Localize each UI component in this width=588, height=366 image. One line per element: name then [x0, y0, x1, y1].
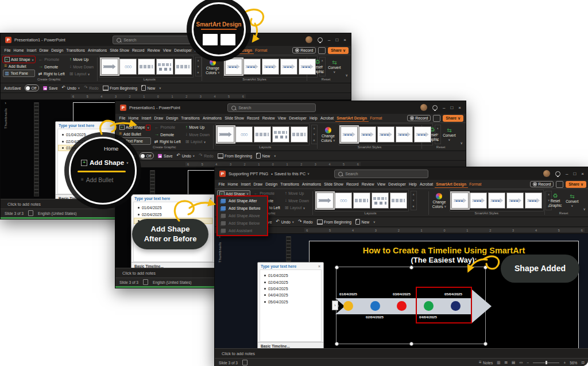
menu-tab-slide-show[interactable]: Slide Show [109, 47, 131, 53]
convert-button[interactable]: ⇆Convert∨ [443, 128, 455, 141]
menu-tab-view[interactable]: View [276, 115, 288, 121]
undo-button[interactable]: ↶Undo∨ [276, 219, 294, 224]
menu-tab-animations[interactable]: Animations [201, 115, 223, 121]
layout-thumbnail[interactable] [316, 192, 334, 209]
accessibility-icon[interactable] [28, 210, 33, 216]
horizontal-ruler[interactable]: 6543210123456 [1, 93, 351, 100]
reset-graphic-button[interactable]: ♻ResetGraphic [549, 193, 562, 207]
style-thumbnail[interactable] [525, 192, 542, 209]
selection-handle[interactable] [409, 342, 413, 346]
qat-customize-icon[interactable]: ∨ [373, 220, 376, 224]
menu-tab-help[interactable]: Help [308, 115, 319, 121]
slideshow-view-icon[interactable]: ▭ [519, 360, 523, 365]
menu-tab-transitions[interactable]: Transitions [65, 47, 87, 53]
text-pane-bullet[interactable]: 02/04/2025 [260, 279, 321, 285]
menu-tab-insert[interactable]: Insert [239, 181, 252, 187]
share-button[interactable]: Share ∨ [328, 47, 349, 54]
text-pane-bullet[interactable]: 05/04/2025 [260, 299, 321, 305]
language-status[interactable]: English (United States) [153, 280, 191, 284]
redo-button[interactable]: ↷Redo [298, 219, 312, 224]
qat-customize-icon[interactable]: ∨ [159, 86, 161, 90]
layout-thumbnail[interactable] [254, 126, 271, 142]
layout-gallery-scroll[interactable]: ∧∨≡ [411, 191, 417, 210]
menu-item-add-shape-before[interactable]: Add Shape Before [218, 205, 267, 212]
add-shape-button[interactable]: +Add Shape∨ [3, 56, 35, 63]
menu-tab-record[interactable]: Record [345, 181, 360, 187]
menu-tab-insert[interactable]: Insert [25, 47, 38, 53]
accessibility-icon[interactable] [242, 360, 247, 365]
collapse-ribbon-icon[interactable]: ∨ [583, 207, 586, 211]
minimize-button[interactable]: – [566, 171, 568, 176]
change-colors-button[interactable]: Change Colors∨ [319, 127, 336, 142]
maximize-button[interactable]: □ [335, 37, 338, 43]
layout-thumbnail[interactable]: ○○○ [335, 192, 352, 209]
zoom-out-icon[interactable]: − [527, 361, 529, 365]
selection-handle[interactable] [483, 265, 488, 269]
layout-thumbnail[interactable] [390, 192, 407, 209]
menu-tab-home[interactable]: Home [226, 181, 239, 187]
search-input[interactable]: Search [227, 103, 316, 112]
slide-counter[interactable]: Slide 3 of 3 [5, 211, 24, 215]
selection-handle[interactable] [335, 265, 339, 269]
convert-button[interactable]: ⇆Convert∨ [566, 194, 578, 207]
thumbnails-panel[interactable]: › Thumbnails [2, 101, 9, 199]
comments-icon[interactable] [556, 181, 563, 188]
text-pane-bullet[interactable]: 04/04/2025 [260, 292, 321, 298]
layout-thumbnail[interactable] [291, 126, 308, 142]
layout-thumbnail[interactable] [138, 59, 155, 75]
lightbulb-icon[interactable] [555, 171, 560, 176]
text-pane-bullet[interactable]: 03/04/2025 [260, 286, 321, 292]
layout-thumbnail[interactable] [156, 59, 173, 75]
menu-tab-design[interactable]: Design [165, 115, 180, 121]
menu-item-add-shape-below[interactable]: Add Shape Below [218, 219, 267, 227]
chevron-down-icon[interactable]: ∨ [32, 58, 34, 61]
style-thumbnail[interactable] [243, 59, 261, 75]
save-status[interactable]: • Saved to this PC ∨ [271, 171, 310, 176]
style-thumbnail[interactable] [470, 192, 487, 209]
layout-thumbnail[interactable] [217, 126, 234, 142]
minimize-button[interactable]: – [443, 105, 445, 110]
notes-toggle[interactable]: ≡Notes [479, 360, 493, 365]
horizontal-ruler[interactable]: 6543210123456 [215, 227, 588, 234]
menu-tab-acrobat[interactable]: Acrobat [418, 181, 434, 187]
layout-button[interactable]: ⊞Layout∨ [283, 205, 310, 211]
style-thumbnail[interactable] [377, 126, 394, 142]
menu-item-add-shape-after[interactable]: Add Shape After [218, 197, 267, 205]
maximize-button[interactable]: □ [573, 171, 576, 176]
lightbulb-icon[interactable] [318, 37, 323, 43]
add-bullet-button[interactable]: ≡Add Bullet [118, 131, 151, 137]
menu-tab-record[interactable]: Record [130, 47, 146, 53]
menu-tab-file[interactable]: File [217, 181, 226, 187]
menu-tab-draw[interactable]: Draw [38, 47, 50, 53]
layout-thumbnail[interactable] [372, 192, 389, 209]
menu-tab-format[interactable]: Format [254, 47, 269, 53]
menu-tab-acrobat[interactable]: Acrobat [319, 115, 335, 121]
menu-tab-view[interactable]: View [161, 47, 173, 53]
menu-tab-animations[interactable]: Animations [86, 47, 108, 53]
reading-view-icon[interactable]: ▤ [512, 360, 515, 365]
menu-tab-insert[interactable]: Insert [140, 115, 153, 121]
new-slide-button[interactable]: New [256, 153, 270, 159]
menu-item-add-shape-above[interactable]: Add Shape Above [218, 212, 267, 219]
normal-view-icon[interactable]: ▥ [497, 360, 500, 365]
user-avatar[interactable] [543, 170, 550, 177]
style-thumbnail[interactable] [341, 126, 358, 142]
menu-tab-format[interactable]: Format [369, 115, 384, 121]
timeline-date-label[interactable]: 01/04/2025 [339, 292, 357, 296]
layout-thumbnail[interactable] [272, 126, 289, 142]
save-button[interactable]: Save [43, 86, 57, 90]
layout-thumbnail[interactable] [175, 59, 192, 75]
style-thumbnail[interactable] [225, 59, 242, 75]
menu-tab-review[interactable]: Review [360, 181, 376, 187]
user-avatar[interactable] [305, 36, 312, 43]
redo-button[interactable]: ↷Redo [199, 153, 213, 158]
chevron-down-icon[interactable]: ∨ [146, 125, 150, 130]
text-pane-bullet[interactable]: 02/04/2025 [134, 211, 212, 217]
redo-button[interactable]: ↷Redo [84, 86, 98, 90]
style-thumbnail[interactable] [359, 126, 376, 142]
change-colors-button[interactable]: Change Colors∨ [431, 193, 448, 209]
promote-button[interactable]: ←Promote [153, 124, 182, 130]
menu-tab-home[interactable]: Home [12, 47, 25, 53]
menu-tab-help[interactable]: Help [407, 181, 418, 187]
layout-thumbnail[interactable]: ○○○ [235, 126, 253, 142]
